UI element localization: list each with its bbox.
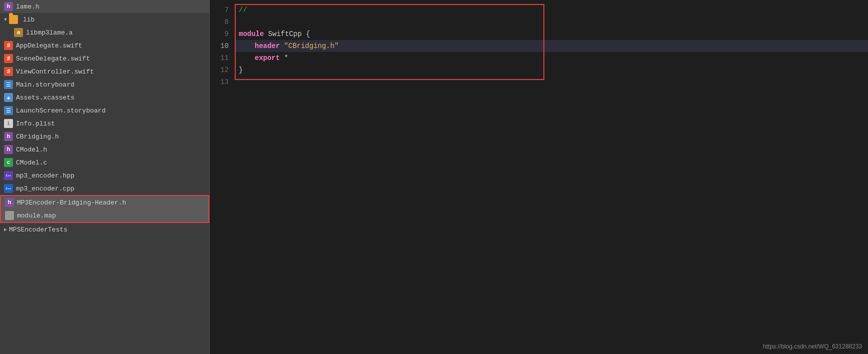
sidebar-item-module-map[interactable]: module.map: [1, 209, 208, 222]
assets-icon: ◈: [4, 93, 13, 102]
sidebar-item-label: mp3_encoder.hpp: [16, 172, 74, 180]
swift-icon: S: [4, 41, 13, 50]
code-token-space2: [280, 40, 284, 52]
code-token-module-kw: module: [239, 28, 264, 40]
code-line-13[interactable]: [235, 76, 868, 88]
code-token-module-name: SwiftCpp {: [268, 28, 310, 40]
line-num-10: 10: [210, 40, 229, 52]
cpp-icon: C++: [4, 184, 13, 193]
code-token-star: *: [284, 52, 288, 64]
h-icon: h: [4, 2, 13, 11]
code-line-7[interactable]: //: [235, 4, 868, 16]
code-line-10[interactable]: header "CBridging.h": [235, 40, 868, 52]
hpp-icon: C++: [4, 171, 13, 180]
code-line-8[interactable]: [235, 16, 868, 28]
sidebar-item-lib[interactable]: ▼ lib: [0, 13, 209, 26]
sidebar-item-label: MPSEncoderTests: [9, 226, 67, 234]
code-token-space3: [280, 52, 284, 64]
map-icon: [5, 211, 14, 220]
sidebar-item-label: SceneDelegate.swift: [16, 55, 90, 62]
h-icon: h: [4, 145, 13, 154]
code-content: 7 8 9 10 11 12 13 // modu: [210, 0, 868, 354]
sidebar-item-label: lib: [23, 16, 34, 24]
swift-icon: S: [4, 54, 13, 63]
h-icon: h: [5, 198, 14, 207]
chevron-right-icon: ▶: [4, 226, 7, 232]
chevron-down-icon: ▼: [4, 17, 7, 22]
sidebar-item-label: libmp3lame.a: [26, 29, 73, 36]
sidebar-item-info-plist[interactable]: i Info.plist: [0, 117, 209, 130]
code-lines-container[interactable]: // module SwiftCpp { header ": [235, 0, 868, 354]
sidebar-item-cbridging-h[interactable]: h CBridging.h: [0, 130, 209, 143]
code-lines[interactable]: // module SwiftCpp { header ": [235, 0, 868, 92]
sidebar-item-label: CModel.c: [16, 159, 47, 166]
sidebar-item-label: lame.h: [16, 3, 39, 10]
sidebar-item-lame-h[interactable]: h lame.h: [0, 0, 209, 13]
sidebar-item-assets[interactable]: ◈ Assets.xcassets: [0, 91, 209, 104]
sidebar-item-cmodel-c[interactable]: c CModel.c: [0, 156, 209, 169]
code-token-empty: [239, 16, 243, 28]
line-num-9: 9: [210, 28, 229, 40]
sidebar-item-mp3encoder-hpp[interactable]: C++ mp3_encoder.hpp: [0, 169, 209, 182]
sidebar-item-appdelegate[interactable]: S AppDelegate.swift: [0, 39, 209, 52]
line-num-13: 13: [210, 76, 229, 88]
code-token-export-kw: export: [255, 52, 280, 64]
sidebar-item-launchscreen[interactable]: ☰ LaunchScreen.storyboard: [0, 104, 209, 117]
line-num-7: 7: [210, 4, 229, 16]
sidebar-item-mpsencodertests[interactable]: ▶ MPSEncoderTests: [0, 223, 209, 236]
sidebar-item-label: Main.storyboard: [16, 81, 74, 88]
sidebar-item-cmodel-h[interactable]: h CModel.h: [0, 143, 209, 156]
code-token-space: [264, 28, 268, 40]
code-token-header-kw: header: [255, 40, 280, 52]
storyboard-icon: ☰: [4, 106, 13, 115]
sidebar-item-label: AppDelegate.swift: [16, 42, 82, 50]
code-token-string: "CBridging.h": [284, 40, 339, 52]
plist-icon: i: [4, 119, 13, 128]
lib-icon: a: [14, 28, 23, 37]
sidebar-item-label: MP3Encoder-Bridging-Header.h: [17, 199, 126, 206]
code-token-comment: //: [239, 4, 247, 16]
sidebar-item-libmp3lame[interactable]: a libmp3lame.a: [0, 26, 209, 39]
file-navigator: h lame.h ▼ lib a libmp3lame.a S AppDeleg…: [0, 0, 210, 354]
sidebar-item-mp3encoder-cpp[interactable]: C++ mp3_encoder.cpp: [0, 182, 209, 195]
sidebar-item-viewcontroller[interactable]: S ViewController.swift: [0, 65, 209, 78]
sidebar-item-main-storyboard[interactable]: ☰ Main.storyboard: [0, 78, 209, 91]
code-editor: 7 8 9 10 11 12 13 // modu: [210, 0, 868, 354]
sidebar-item-label: CBridging.h: [16, 133, 59, 140]
sidebar-item-label: Info.plist: [16, 120, 55, 128]
line-num-11: 11: [210, 52, 229, 64]
sidebar-item-label: module.map: [17, 212, 56, 220]
line-numbers: 7 8 9 10 11 12 13: [210, 0, 235, 354]
sidebar-item-label: Assets.xcassets: [16, 94, 74, 102]
storyboard-icon: ☰: [4, 80, 13, 89]
h-icon: h: [4, 132, 13, 141]
sidebar-item-label: LaunchScreen.storyboard: [16, 107, 105, 114]
c-icon: c: [4, 158, 13, 167]
folder-icon: [9, 15, 18, 24]
code-token-brace: }: [239, 64, 243, 76]
code-token-empty13: [239, 76, 243, 88]
swift-icon: S: [4, 67, 13, 76]
sidebar-item-mp3encoder-bridging[interactable]: h MP3Encoder-Bridging-Header.h: [1, 196, 208, 209]
watermark: https://blog.csdn.net/WQ_631288233: [763, 343, 862, 350]
code-line-9[interactable]: module SwiftCpp {: [235, 28, 868, 40]
sidebar-item-label: CModel.h: [16, 146, 47, 154]
highlighted-file-group: h MP3Encoder-Bridging-Header.h module.ma…: [0, 195, 209, 223]
line-num-12: 12: [210, 64, 229, 76]
sidebar-item-scenedelegate[interactable]: S SceneDelegate.swift: [0, 52, 209, 65]
sidebar-item-label: ViewController.swift: [16, 68, 94, 76]
line-num-8: 8: [210, 16, 229, 28]
code-line-12[interactable]: }: [235, 64, 868, 76]
sidebar-item-label: mp3_encoder.cpp: [16, 185, 74, 192]
code-line-11[interactable]: export *: [235, 52, 868, 64]
